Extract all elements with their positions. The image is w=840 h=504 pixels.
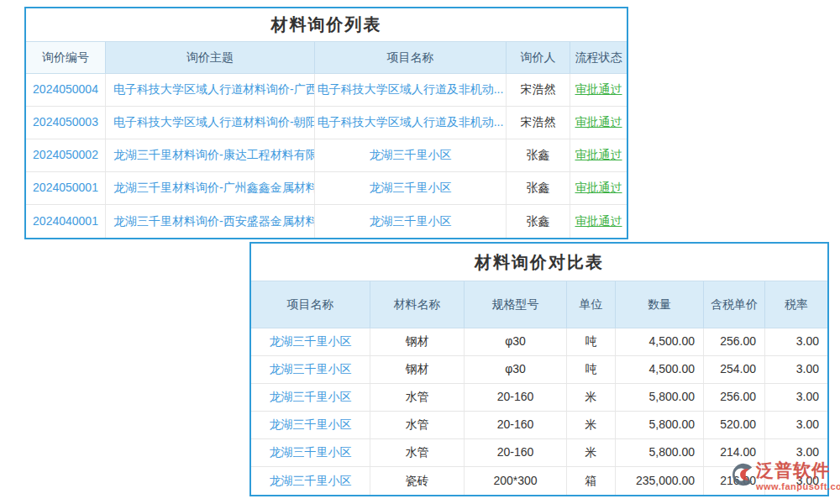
col-header-inquiry-no: 询价编号 xyxy=(26,42,106,73)
quantity: 5,800.00 xyxy=(616,439,704,466)
inquiry-no-link[interactable]: 2024040001 xyxy=(26,205,106,238)
project-name-link[interactable]: 龙湖三千里小区 xyxy=(251,467,370,495)
col-header-inquiry-topic: 询价主题 xyxy=(106,42,315,73)
table-row: 2024050002龙湖三千里材料询价-康达工程材料有限...龙湖三千里小区张鑫… xyxy=(26,139,627,172)
project-name-link[interactable]: 龙湖三千里小区 xyxy=(251,328,370,355)
watermark-url: www.fanpusoft.com xyxy=(756,481,840,491)
watermark-brand: 泛普软件 xyxy=(756,459,840,481)
quantity: 235,000.00 xyxy=(616,467,704,495)
col-header-project-name: 项目名称 xyxy=(315,42,507,73)
col-header-tax-price: 含税单价 xyxy=(704,281,765,328)
inquiry-no-link[interactable]: 2024050001 xyxy=(26,172,106,204)
inquiry-list-body: 2024050004电子科技大学区域人行道材料询价-广西...电子科技大学区域人… xyxy=(26,74,627,238)
table-row: 2024050001龙湖三千里材料询价-广州鑫鑫金属材料...龙湖三千里小区张鑫… xyxy=(26,172,627,205)
status-approved-link[interactable]: 审批通过 xyxy=(570,74,627,106)
status-approved-link[interactable]: 审批通过 xyxy=(570,205,627,238)
unit: 箱 xyxy=(567,467,616,495)
comparison-title: 材料询价对比表 xyxy=(251,244,827,281)
col-header-spec-model: 规格型号 xyxy=(465,281,567,328)
project-name-link[interactable]: 电子科技大学区域人行道及非机动... xyxy=(315,107,507,139)
unit: 米 xyxy=(567,384,616,411)
inquiry-person: 宋浩然 xyxy=(507,107,570,139)
inquiry-person: 张鑫 xyxy=(507,205,570,238)
project-name-link[interactable]: 龙湖三千里小区 xyxy=(315,205,507,238)
tax-rate: 3.00 xyxy=(765,384,827,411)
quantity: 4,500.00 xyxy=(616,328,704,355)
col-header-quantity: 数量 xyxy=(616,281,704,328)
table-row: 龙湖三千里小区水管20-160米5,800.00520.003.00 xyxy=(251,412,827,439)
material-name: 水管 xyxy=(370,384,465,411)
quantity: 5,800.00 xyxy=(616,412,704,438)
inquiry-topic-link[interactable]: 电子科技大学区域人行道材料询价-广西... xyxy=(106,74,315,106)
project-name-link[interactable]: 龙湖三千里小区 xyxy=(251,439,370,466)
material-name: 水管 xyxy=(370,412,465,438)
project-name-link[interactable]: 龙湖三千里小区 xyxy=(251,356,370,383)
material-name: 钢材 xyxy=(370,356,465,383)
col-header-flow-status: 流程状态 xyxy=(570,42,627,73)
unit: 米 xyxy=(567,412,616,438)
table-row: 龙湖三千里小区钢材φ30吨4,500.00256.003.00 xyxy=(251,328,827,356)
tax-rate: 3.00 xyxy=(765,328,827,355)
inquiry-topic-link[interactable]: 龙湖三千里材料询价-广州鑫鑫金属材料... xyxy=(106,172,315,204)
project-name-link[interactable]: 龙湖三千里小区 xyxy=(315,172,507,204)
project-name-link[interactable]: 龙湖三千里小区 xyxy=(315,139,507,171)
quantity: 5,800.00 xyxy=(616,384,704,411)
quantity: 4,500.00 xyxy=(616,356,704,383)
fanpu-watermark: 泛普软件 www.fanpusoft.com xyxy=(729,459,840,491)
col-header-material-name: 材料名称 xyxy=(370,281,465,328)
unit: 吨 xyxy=(567,328,616,355)
status-approved-link[interactable]: 审批通过 xyxy=(570,107,627,139)
spec-model: 20-160 xyxy=(465,384,567,411)
spec-model: φ30 xyxy=(465,356,567,383)
tax-inclusive-price: 256.00 xyxy=(704,328,765,355)
watermark-text: 泛普软件 www.fanpusoft.com xyxy=(756,459,840,491)
table-row: 2024050003电子科技大学区域人行道材料询价-朝阳...电子科技大学区域人… xyxy=(26,107,627,139)
inquiry-topic-link[interactable]: 电子科技大学区域人行道材料询价-朝阳... xyxy=(106,107,315,139)
table-row: 2024050004电子科技大学区域人行道材料询价-广西...电子科技大学区域人… xyxy=(26,74,627,107)
fanpu-logo-icon xyxy=(729,459,754,490)
project-name-link[interactable]: 电子科技大学区域人行道及非机动... xyxy=(315,74,507,106)
inquiry-list-table: 材料询价列表 询价编号 询价主题 项目名称 询价人 流程状态 202405000… xyxy=(24,7,628,239)
spec-model: 200*300 xyxy=(465,467,567,495)
col-header-inquiry-person: 询价人 xyxy=(507,42,570,73)
inquiry-no-link[interactable]: 2024050002 xyxy=(26,139,106,171)
tax-rate: 3.00 xyxy=(765,412,827,438)
inquiry-person: 宋浩然 xyxy=(507,74,570,106)
project-name-link[interactable]: 龙湖三千里小区 xyxy=(251,384,370,411)
comparison-table: 材料询价对比表 项目名称 材料名称 规格型号 单位 数量 含税单价 税率 龙湖三… xyxy=(249,242,829,496)
col-header-unit: 单位 xyxy=(567,281,616,328)
unit: 米 xyxy=(567,439,616,466)
comparison-header: 项目名称 材料名称 规格型号 单位 数量 含税单价 税率 xyxy=(251,281,827,328)
inquiry-list-title: 材料询价列表 xyxy=(26,8,627,42)
status-approved-link[interactable]: 审批通过 xyxy=(570,139,627,171)
material-name: 瓷砖 xyxy=(370,467,465,495)
material-name: 钢材 xyxy=(370,328,465,355)
table-row: 龙湖三千里小区钢材φ30吨4,500.00254.003.00 xyxy=(251,356,827,384)
tax-inclusive-price: 256.00 xyxy=(704,384,765,411)
inquiry-no-link[interactable]: 2024050004 xyxy=(26,74,106,106)
unit: 吨 xyxy=(567,356,616,383)
inquiry-list-header: 询价编号 询价主题 项目名称 询价人 流程状态 xyxy=(26,42,627,74)
inquiry-person: 张鑫 xyxy=(507,172,570,204)
status-approved-link[interactable]: 审批通过 xyxy=(570,172,627,204)
inquiry-person: 张鑫 xyxy=(507,139,570,171)
tax-inclusive-price: 254.00 xyxy=(704,356,765,383)
tax-rate: 3.00 xyxy=(765,356,827,383)
col-header-tax-rate: 税率 xyxy=(765,281,827,328)
project-name-link[interactable]: 龙湖三千里小区 xyxy=(251,412,370,438)
spec-model: 20-160 xyxy=(465,412,567,438)
inquiry-no-link[interactable]: 2024050003 xyxy=(26,107,106,139)
inquiry-topic-link[interactable]: 龙湖三千里材料询价-康达工程材料有限... xyxy=(106,139,315,171)
tax-inclusive-price: 520.00 xyxy=(704,412,765,438)
col-header-project-name: 项目名称 xyxy=(251,281,370,328)
spec-model: φ30 xyxy=(465,328,567,355)
material-name: 水管 xyxy=(370,439,465,466)
table-row: 2024040001龙湖三千里材料询价-西安盛器金属材料...龙湖三千里小区张鑫… xyxy=(26,205,627,238)
table-row: 龙湖三千里小区水管20-160米5,800.00256.003.00 xyxy=(251,384,827,412)
inquiry-topic-link[interactable]: 龙湖三千里材料询价-西安盛器金属材料... xyxy=(106,205,315,238)
spec-model: 20-160 xyxy=(465,439,567,466)
